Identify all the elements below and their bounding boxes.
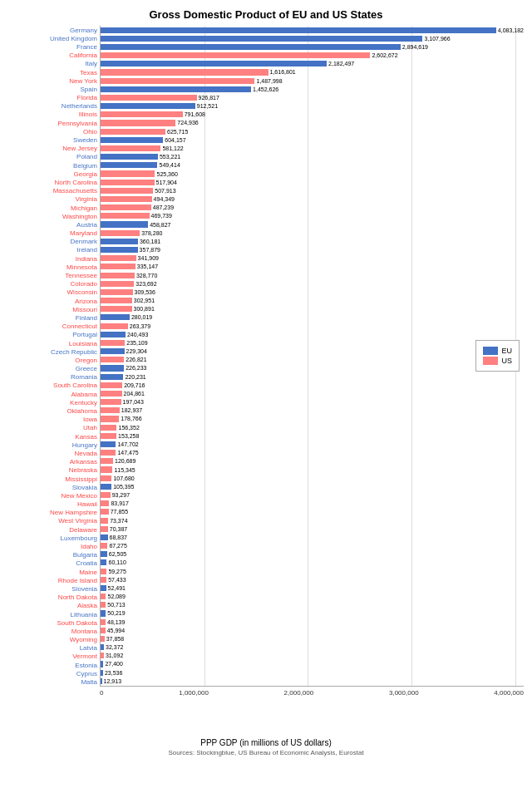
bar-label-26: Ireland [77, 246, 97, 254]
bar-row: 70,387 [101, 525, 524, 533]
bar-value-label-52: 115,345 [114, 467, 135, 473]
label-item: Alabama [8, 390, 100, 398]
bar-53 [101, 475, 111, 481]
label-item: Texas [8, 68, 100, 76]
bar-19 [101, 188, 153, 194]
bar-row: 235,109 [101, 338, 524, 347]
labels-column: GermanyUnited KingdomFranceCaliforniaIta… [8, 26, 100, 687]
bar-value-label-75: 27,400 [105, 661, 122, 667]
label-item: Florida [8, 94, 100, 102]
label-item: Iowa [8, 416, 100, 424]
bar-value-label-68: 50,713 [107, 602, 125, 608]
label-item: Minnesota [8, 263, 100, 271]
bar-12 [101, 129, 165, 135]
bar-label-25: Denmark [71, 238, 97, 245]
bar-value-label-25: 360,181 [140, 239, 160, 244]
bar-label-77: Malta [81, 678, 97, 686]
bar-label-31: Wisconsin [67, 288, 97, 296]
bar-row: 1,487,998 [101, 76, 524, 85]
bar-label-60: Luxembourg [61, 534, 97, 542]
bar-49 [101, 441, 116, 447]
bar-label-39: Oregon [75, 357, 97, 364]
bar-62 [101, 551, 107, 557]
bar-label-37: Louisiana [69, 340, 97, 347]
bar-label-62: Bulgaria [73, 551, 97, 559]
bar-value-label-28: 335,147 [137, 264, 158, 269]
bar-40 [101, 365, 124, 371]
bar-44 [101, 399, 121, 405]
bar-value-label-72: 37,858 [106, 636, 124, 642]
label-item: Montana [8, 627, 100, 635]
bar-77 [101, 678, 102, 684]
label-item: Luxembourg [8, 534, 100, 542]
bar-value-label-65: 57,433 [108, 577, 126, 583]
label-item: Lithuania [8, 610, 100, 618]
bar-value-label-13: 604,157 [165, 137, 185, 143]
bar-20 [101, 196, 152, 202]
bar-value-label-31: 309,536 [135, 289, 155, 295]
label-item: Wyoming [8, 636, 100, 644]
bar-value-label-60: 68,837 [110, 534, 127, 540]
bar-47 [101, 425, 116, 431]
bar-row: 791,608 [101, 111, 524, 119]
label-item: Nevada [8, 449, 100, 457]
bar-row: 226,821 [101, 356, 524, 364]
bar-row: 220,231 [101, 372, 524, 381]
bar-value-label-32: 302,951 [134, 298, 155, 303]
bar-row: 147,475 [101, 449, 524, 457]
bar-row: 52,089 [101, 593, 524, 601]
bar-label-3: California [69, 52, 97, 59]
bar-50 [101, 450, 116, 456]
bar-row: 115,345 [101, 466, 524, 474]
bar-38 [101, 348, 125, 354]
bar-label-35: Connecticut [62, 323, 97, 330]
bar-37 [101, 340, 125, 346]
bar-value-label-38: 229,304 [126, 348, 147, 354]
label-item: Vermont [8, 653, 100, 661]
bar-label-59: Delaware [69, 526, 97, 534]
x-axis-title: PPP GDP (in millions of US dollars) [8, 738, 524, 747]
label-item: Denmark [8, 238, 100, 246]
bar-68 [101, 602, 106, 608]
bar-67 [101, 594, 106, 599]
label-item: Poland [8, 153, 100, 161]
label-item: Virginia [8, 195, 100, 204]
bar-row: 360,181 [101, 237, 524, 245]
bar-75 [101, 661, 103, 667]
bar-24 [101, 230, 140, 236]
bar-label-47: Utah [83, 424, 97, 431]
label-item: United Kingdom [8, 34, 100, 42]
bar-label-11: Pennsylvania [57, 120, 97, 127]
bar-row: 50,219 [101, 609, 524, 618]
label-item: Arizona [8, 297, 100, 305]
bar-value-label-54: 105,395 [113, 484, 134, 490]
bar-65 [101, 577, 106, 583]
bar-16 [101, 162, 157, 168]
label-item: Greece [8, 365, 100, 373]
bar-label-70: South Dakota [57, 619, 97, 627]
bar-label-50: Nevada [74, 450, 97, 457]
bar-row: 458,827 [101, 220, 524, 229]
bar-label-8: Florida [77, 94, 97, 101]
bar-row: 1,452,626 [101, 85, 524, 93]
bar-label-57: New Hampshire [50, 509, 97, 516]
bar-label-20: Virginia [75, 195, 97, 203]
bar-label-24: Maryland [70, 229, 97, 237]
bar-value-label-5: 1,616,801 [270, 69, 296, 75]
bar-row: 604,157 [101, 135, 524, 144]
label-item: Netherlands [8, 102, 100, 111]
bar-64 [101, 569, 106, 574]
bar-row: 105,395 [101, 482, 524, 490]
label-item: Utah [8, 424, 100, 432]
bar-label-21: Michigan [71, 204, 97, 212]
bar-value-label-46: 178,766 [121, 416, 141, 421]
label-item: Georgia [8, 170, 100, 178]
label-item: Indiana [8, 254, 100, 263]
label-item: France [8, 42, 100, 51]
bar-row: 1,616,801 [101, 68, 524, 76]
bar-label-28: Minnesota [66, 264, 97, 271]
bar-label-55: New Mexico [61, 492, 97, 500]
bar-row: 335,147 [101, 263, 524, 271]
bar-label-69: Lithuania [71, 611, 97, 618]
bar-value-label-59: 70,387 [110, 526, 127, 532]
